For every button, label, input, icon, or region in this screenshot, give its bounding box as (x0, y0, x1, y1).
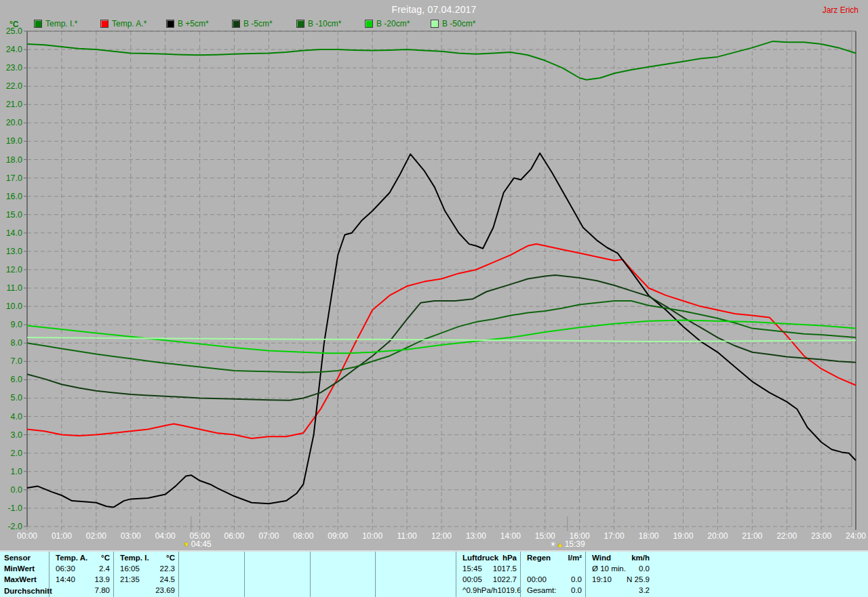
x-tick-label: 21:00 (742, 531, 762, 541)
table-group-empty (375, 552, 456, 597)
table-group-empty (310, 552, 375, 597)
y-tick-label: 15.0 (6, 210, 22, 220)
x-tick-label: 17:00 (604, 531, 625, 541)
cell-value: 1022.7 (493, 575, 517, 583)
table-row (521, 563, 585, 574)
table-group-header: LuftdruckhPa (456, 552, 520, 563)
time-marker-0445: ▼04:45 (183, 539, 212, 549)
group-unit: hPa (502, 554, 517, 562)
table-group-header (245, 552, 310, 563)
x-tick-label: 11:00 (397, 531, 417, 541)
marker-time-label: 15:39 (565, 539, 585, 549)
table-group-header: Windkm/h (586, 552, 653, 563)
table-group-header (179, 552, 244, 563)
y-tick-label: 10.0 (6, 302, 22, 311)
table-group-header: Regenl/m² (521, 552, 585, 563)
table-row (245, 563, 310, 574)
weather-app-window: { "header": { "title": "Freitag, 07.04.2… (0, 0, 868, 597)
y-tick-label: 4.0 (11, 412, 22, 421)
x-tick-label: 12:00 (431, 531, 452, 541)
table-group-header (376, 552, 456, 563)
table-group-temp-i-: Temp. I.°C16:0522.321:3524.523.69 (113, 552, 178, 597)
y-tick-label: 19.0 (6, 136, 22, 146)
table-row: 14:4013.9 (50, 574, 113, 585)
table-group-wind: Windkm/hØ 10 min.0.019:10N 25.93.2 (585, 552, 653, 597)
cell-time: 16:05 (120, 564, 140, 573)
table-row-label: Durchschnitt (4, 585, 52, 596)
group-name: Temp. I. (120, 554, 149, 562)
y-tick-label: 6.0 (11, 375, 22, 384)
cell-value: 22.3 (160, 564, 175, 573)
x-tick-label: 02:00 (86, 531, 106, 541)
table-row: 16:0522.3 (114, 563, 178, 574)
table-group-empty (244, 552, 310, 597)
cell-time: 00:00 (527, 575, 547, 583)
table-row (376, 574, 456, 585)
arrow-down-icon: ▼ (183, 541, 190, 548)
y-tick-label: 17.0 (6, 173, 22, 183)
cell-time: 14:40 (56, 575, 75, 583)
cell-time: 06:30 (56, 564, 75, 573)
table-row: Gesamt:0.0 (521, 585, 585, 596)
cell-value: 0.0 (571, 586, 582, 594)
table-group-header: Temp. A.°C (50, 552, 113, 563)
x-tick-label: 09:00 (328, 531, 348, 541)
cell-value: 1017.5 (493, 564, 517, 573)
table-row (179, 585, 244, 596)
y-tick-label: 16.0 (6, 192, 22, 201)
table-row: 21:3524.5 (114, 574, 178, 585)
table-row: 00:051022.7 (456, 574, 520, 585)
y-tick-label: 7.0 (11, 356, 22, 366)
table-row (311, 585, 375, 596)
x-tick-label: 20:00 (707, 531, 728, 541)
time-marker-1539: ☀▲15:39 (550, 539, 585, 549)
sun-icon: ☀ (550, 540, 557, 549)
marker-time-label: 04:45 (191, 539, 212, 549)
x-tick-label: 18:00 (638, 531, 658, 541)
x-tick-label: 06:00 (224, 531, 244, 541)
y-tick-label: -2.0 (7, 522, 22, 531)
x-tick-label: 03:00 (121, 531, 141, 541)
table-row: 19:10N 25.9 (586, 574, 653, 585)
table-row (245, 585, 310, 596)
y-tick-label: -1.0 (7, 503, 22, 513)
cell-value: 23.69 (155, 586, 175, 594)
y-tick-label: 13.0 (6, 247, 22, 256)
group-name: Luftdruck (462, 554, 498, 562)
cell-value: 2.4 (99, 564, 110, 573)
table-row: 06:302.4 (50, 563, 113, 574)
table-group-header: Temp. I.°C (114, 552, 178, 563)
cell-time: Gesamt: (527, 586, 556, 594)
y-tick-label: 23.0 (6, 63, 22, 73)
table-group-luftdruck: LuftdruckhPa15:451017.500:051022.7^0.9hP… (456, 552, 520, 597)
table-group-empty (178, 552, 244, 597)
x-tick-label: 04:00 (155, 531, 176, 541)
table-group-temp-a-: Temp. A.°C06:302.414:4013.97.80 (49, 552, 113, 597)
cell-value: 7.80 (95, 586, 110, 594)
group-unit: km/h (631, 554, 650, 562)
x-tick-label: 23:00 (811, 531, 831, 541)
group-unit: °C (166, 554, 175, 562)
table-row-label: MinWert (4, 563, 35, 574)
cell-value: 0.0 (571, 575, 582, 583)
table-row (311, 574, 375, 585)
x-tick-label: 10:00 (362, 531, 382, 541)
y-tick-label: 11.0 (7, 283, 22, 293)
cell-value: 13.9 (95, 575, 110, 583)
x-tick-label: 14:00 (500, 531, 521, 541)
x-tick-label: 22:00 (776, 531, 797, 541)
table-row-label: Sensor (4, 552, 31, 563)
cell-time: 00:05 (462, 575, 482, 583)
table-row: 15:451017.5 (456, 563, 520, 574)
cell-time: ^0.9hPa/h (462, 586, 497, 594)
y-tick-label: 3.0 (11, 430, 22, 440)
cell-value: 0.0 (639, 564, 650, 573)
y-tick-label: 14.0 (6, 228, 22, 238)
y-tick-label: 1.0 (11, 467, 22, 476)
table-row (245, 574, 310, 585)
cell-time: Ø 10 min. (592, 564, 626, 573)
y-tick-label: 5.0 (11, 393, 22, 403)
table-row (311, 563, 375, 574)
table-row (376, 563, 456, 574)
table-group-regen: Regenl/m²00:000.0Gesamt:0.0 (520, 552, 585, 597)
